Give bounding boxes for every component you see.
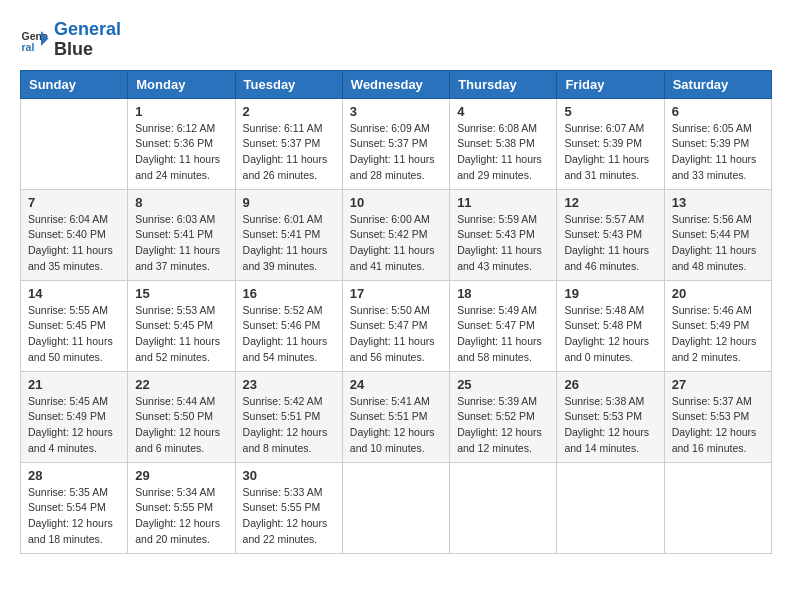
- day-info: Sunrise: 6:04 AM Sunset: 5:40 PM Dayligh…: [28, 212, 120, 275]
- day-number: 27: [672, 377, 764, 392]
- day-number: 24: [350, 377, 442, 392]
- day-info: Sunrise: 6:11 AM Sunset: 5:37 PM Dayligh…: [243, 121, 335, 184]
- day-info: Sunrise: 5:38 AM Sunset: 5:53 PM Dayligh…: [564, 394, 656, 457]
- logo-icon: Gene ral: [20, 25, 50, 55]
- calendar-cell: 16Sunrise: 5:52 AM Sunset: 5:46 PM Dayli…: [235, 280, 342, 371]
- day-info: Sunrise: 5:59 AM Sunset: 5:43 PM Dayligh…: [457, 212, 549, 275]
- calendar-cell: 17Sunrise: 5:50 AM Sunset: 5:47 PM Dayli…: [342, 280, 449, 371]
- day-number: 28: [28, 468, 120, 483]
- calendar-cell: 1Sunrise: 6:12 AM Sunset: 5:36 PM Daylig…: [128, 98, 235, 189]
- calendar-cell: 25Sunrise: 5:39 AM Sunset: 5:52 PM Dayli…: [450, 371, 557, 462]
- svg-text:ral: ral: [22, 40, 35, 52]
- day-info: Sunrise: 6:05 AM Sunset: 5:39 PM Dayligh…: [672, 121, 764, 184]
- day-number: 29: [135, 468, 227, 483]
- calendar-cell: 30Sunrise: 5:33 AM Sunset: 5:55 PM Dayli…: [235, 462, 342, 553]
- day-info: Sunrise: 5:35 AM Sunset: 5:54 PM Dayligh…: [28, 485, 120, 548]
- calendar-cell: 23Sunrise: 5:42 AM Sunset: 5:51 PM Dayli…: [235, 371, 342, 462]
- calendar-week-row: 21Sunrise: 5:45 AM Sunset: 5:49 PM Dayli…: [21, 371, 772, 462]
- calendar-cell: [342, 462, 449, 553]
- day-number: 21: [28, 377, 120, 392]
- day-header-sunday: Sunday: [21, 70, 128, 98]
- day-number: 30: [243, 468, 335, 483]
- calendar-cell: 15Sunrise: 5:53 AM Sunset: 5:45 PM Dayli…: [128, 280, 235, 371]
- day-number: 14: [28, 286, 120, 301]
- calendar-cell: 12Sunrise: 5:57 AM Sunset: 5:43 PM Dayli…: [557, 189, 664, 280]
- calendar-cell: [664, 462, 771, 553]
- calendar-cell: 24Sunrise: 5:41 AM Sunset: 5:51 PM Dayli…: [342, 371, 449, 462]
- calendar-cell: 10Sunrise: 6:00 AM Sunset: 5:42 PM Dayli…: [342, 189, 449, 280]
- day-info: Sunrise: 6:03 AM Sunset: 5:41 PM Dayligh…: [135, 212, 227, 275]
- day-info: Sunrise: 5:52 AM Sunset: 5:46 PM Dayligh…: [243, 303, 335, 366]
- calendar-week-row: 28Sunrise: 5:35 AM Sunset: 5:54 PM Dayli…: [21, 462, 772, 553]
- logo-text-line1: General: [54, 20, 121, 40]
- calendar-cell: 9Sunrise: 6:01 AM Sunset: 5:41 PM Daylig…: [235, 189, 342, 280]
- day-number: 6: [672, 104, 764, 119]
- day-info: Sunrise: 5:42 AM Sunset: 5:51 PM Dayligh…: [243, 394, 335, 457]
- day-info: Sunrise: 5:39 AM Sunset: 5:52 PM Dayligh…: [457, 394, 549, 457]
- logo: Gene ral General Blue: [20, 20, 121, 60]
- calendar-table: SundayMondayTuesdayWednesdayThursdayFrid…: [20, 70, 772, 554]
- calendar-cell: 3Sunrise: 6:09 AM Sunset: 5:37 PM Daylig…: [342, 98, 449, 189]
- calendar-cell: 28Sunrise: 5:35 AM Sunset: 5:54 PM Dayli…: [21, 462, 128, 553]
- day-number: 23: [243, 377, 335, 392]
- calendar-header-row: SundayMondayTuesdayWednesdayThursdayFrid…: [21, 70, 772, 98]
- day-header-monday: Monday: [128, 70, 235, 98]
- calendar-cell: 29Sunrise: 5:34 AM Sunset: 5:55 PM Dayli…: [128, 462, 235, 553]
- day-info: Sunrise: 5:41 AM Sunset: 5:51 PM Dayligh…: [350, 394, 442, 457]
- day-info: Sunrise: 5:33 AM Sunset: 5:55 PM Dayligh…: [243, 485, 335, 548]
- day-info: Sunrise: 6:07 AM Sunset: 5:39 PM Dayligh…: [564, 121, 656, 184]
- day-header-friday: Friday: [557, 70, 664, 98]
- day-info: Sunrise: 6:01 AM Sunset: 5:41 PM Dayligh…: [243, 212, 335, 275]
- calendar-cell: 13Sunrise: 5:56 AM Sunset: 5:44 PM Dayli…: [664, 189, 771, 280]
- day-info: Sunrise: 5:49 AM Sunset: 5:47 PM Dayligh…: [457, 303, 549, 366]
- calendar-cell: 22Sunrise: 5:44 AM Sunset: 5:50 PM Dayli…: [128, 371, 235, 462]
- calendar-cell: [557, 462, 664, 553]
- calendar-cell: 26Sunrise: 5:38 AM Sunset: 5:53 PM Dayli…: [557, 371, 664, 462]
- day-number: 8: [135, 195, 227, 210]
- day-header-tuesday: Tuesday: [235, 70, 342, 98]
- calendar-week-row: 1Sunrise: 6:12 AM Sunset: 5:36 PM Daylig…: [21, 98, 772, 189]
- day-header-wednesday: Wednesday: [342, 70, 449, 98]
- calendar-cell: 14Sunrise: 5:55 AM Sunset: 5:45 PM Dayli…: [21, 280, 128, 371]
- day-number: 4: [457, 104, 549, 119]
- day-number: 26: [564, 377, 656, 392]
- day-number: 9: [243, 195, 335, 210]
- calendar-cell: 8Sunrise: 6:03 AM Sunset: 5:41 PM Daylig…: [128, 189, 235, 280]
- day-info: Sunrise: 5:46 AM Sunset: 5:49 PM Dayligh…: [672, 303, 764, 366]
- day-number: 18: [457, 286, 549, 301]
- day-info: Sunrise: 5:44 AM Sunset: 5:50 PM Dayligh…: [135, 394, 227, 457]
- day-info: Sunrise: 5:37 AM Sunset: 5:53 PM Dayligh…: [672, 394, 764, 457]
- day-info: Sunrise: 5:57 AM Sunset: 5:43 PM Dayligh…: [564, 212, 656, 275]
- day-info: Sunrise: 6:09 AM Sunset: 5:37 PM Dayligh…: [350, 121, 442, 184]
- day-number: 25: [457, 377, 549, 392]
- day-number: 22: [135, 377, 227, 392]
- day-header-saturday: Saturday: [664, 70, 771, 98]
- day-info: Sunrise: 5:55 AM Sunset: 5:45 PM Dayligh…: [28, 303, 120, 366]
- calendar-cell: 6Sunrise: 6:05 AM Sunset: 5:39 PM Daylig…: [664, 98, 771, 189]
- day-number: 17: [350, 286, 442, 301]
- day-info: Sunrise: 5:34 AM Sunset: 5:55 PM Dayligh…: [135, 485, 227, 548]
- calendar-cell: 21Sunrise: 5:45 AM Sunset: 5:49 PM Dayli…: [21, 371, 128, 462]
- day-info: Sunrise: 6:08 AM Sunset: 5:38 PM Dayligh…: [457, 121, 549, 184]
- day-info: Sunrise: 6:12 AM Sunset: 5:36 PM Dayligh…: [135, 121, 227, 184]
- day-header-thursday: Thursday: [450, 70, 557, 98]
- day-number: 2: [243, 104, 335, 119]
- day-number: 13: [672, 195, 764, 210]
- calendar-cell: 11Sunrise: 5:59 AM Sunset: 5:43 PM Dayli…: [450, 189, 557, 280]
- day-number: 19: [564, 286, 656, 301]
- calendar-cell: [21, 98, 128, 189]
- logo-text-line2: Blue: [54, 40, 121, 60]
- day-number: 12: [564, 195, 656, 210]
- calendar-cell: 2Sunrise: 6:11 AM Sunset: 5:37 PM Daylig…: [235, 98, 342, 189]
- day-info: Sunrise: 5:50 AM Sunset: 5:47 PM Dayligh…: [350, 303, 442, 366]
- day-number: 15: [135, 286, 227, 301]
- calendar-cell: 18Sunrise: 5:49 AM Sunset: 5:47 PM Dayli…: [450, 280, 557, 371]
- day-info: Sunrise: 5:56 AM Sunset: 5:44 PM Dayligh…: [672, 212, 764, 275]
- day-number: 7: [28, 195, 120, 210]
- day-info: Sunrise: 6:00 AM Sunset: 5:42 PM Dayligh…: [350, 212, 442, 275]
- day-number: 3: [350, 104, 442, 119]
- day-number: 16: [243, 286, 335, 301]
- calendar-cell: 4Sunrise: 6:08 AM Sunset: 5:38 PM Daylig…: [450, 98, 557, 189]
- calendar-cell: 5Sunrise: 6:07 AM Sunset: 5:39 PM Daylig…: [557, 98, 664, 189]
- calendar-week-row: 14Sunrise: 5:55 AM Sunset: 5:45 PM Dayli…: [21, 280, 772, 371]
